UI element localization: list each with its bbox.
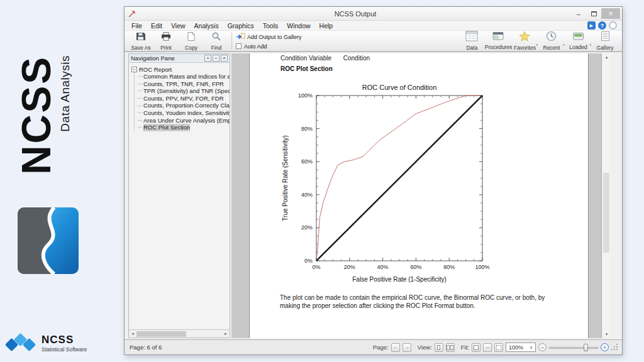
menu-analysis[interactable]: Analysis <box>190 21 223 30</box>
navigation-pane-header: Navigation Pane + − « <box>129 54 230 63</box>
favorites-button[interactable]: Favorites <box>511 31 538 51</box>
add-gallery-icon <box>236 33 245 42</box>
facing-page-view-button[interactable] <box>446 343 455 352</box>
gallery-icon <box>601 31 610 44</box>
tree-item-label: ROC Plot Section <box>143 124 190 131</box>
page-info: Page: 6 of 6 <box>125 344 162 351</box>
output-page: Condition Variable Condition ROC Plot Se… <box>249 53 589 338</box>
tree-node-roc-report[interactable]: − ROC Report <box>131 65 230 73</box>
favorites-icon <box>519 31 530 44</box>
collapse-pane-button[interactable]: « <box>221 55 228 62</box>
desktop-background: NCSS Data Analysis NCSS Statistical Soft… <box>0 0 644 362</box>
page-label: Page: <box>373 344 389 351</box>
auto-add-label: Auto Add <box>244 43 267 50</box>
toolbar: Save AsPrintCopyFind Add Output to Galle… <box>125 31 622 52</box>
procedures-button[interactable]: Procedures <box>485 31 511 51</box>
video-icon[interactable]: ▶ <box>587 21 596 30</box>
collapse-node-icon[interactable]: − <box>131 67 137 72</box>
x-tick-label: 100% <box>475 264 489 270</box>
find-button[interactable]: Find <box>204 31 229 51</box>
zoom-slider-thumb[interactable] <box>584 344 588 351</box>
tree-item-common-rates-and-indices-for-eac[interactable]: Common Rates and Indices for each Cutoff… <box>138 73 230 80</box>
procedures-label: Procedures <box>485 44 512 50</box>
tree-item-label: Counts, TPR, TNR, FNR, FPR <box>143 80 224 88</box>
status-bar-controls: Page: ← → View: Fit: ↔ 100% ∨ − <box>369 343 622 352</box>
scroll-down-arrow[interactable]: ▾ <box>602 332 611 337</box>
tree-item-label: Counts, PPV, NPV, FOR, FDR <box>143 95 224 102</box>
save-as-button[interactable]: Save As <box>128 31 153 51</box>
scrollbar-track[interactable] <box>136 331 222 337</box>
gallery-label: Gallery <box>597 45 614 51</box>
help-icon[interactable]: ? <box>598 21 606 30</box>
previous-page-button[interactable]: ← <box>391 343 400 352</box>
close-button[interactable]: × <box>601 8 620 19</box>
zoom-slider[interactable] <box>549 343 598 352</box>
tree-item-area-under-curve-analysis-empiri[interactable]: Area Under Curve Analysis (Empirical Est… <box>138 117 230 124</box>
scroll-left-arrow[interactable]: ◂ <box>129 331 136 336</box>
fit-full-button[interactable] <box>494 343 503 352</box>
loaded-icon <box>572 31 584 43</box>
menu-help[interactable]: Help <box>315 21 338 30</box>
next-page-button[interactable]: → <box>402 343 411 352</box>
ncss-output-window: NCSS Output – × FileEditViewAnalysisGrap… <box>124 6 623 355</box>
favorites-dropdown[interactable]: ▾ <box>536 43 538 47</box>
recent-dropdown[interactable]: ▾ <box>563 43 565 47</box>
save-as-label: Save As <box>131 45 150 51</box>
fit-width-button[interactable]: ↔ <box>483 343 492 352</box>
tree-item-tpr-sensitivity-and-tnr-specific[interactable]: TPR (Sensitivity) and TNR (Specificity) … <box>138 87 230 95</box>
copy-button[interactable]: Copy <box>179 31 204 51</box>
menu-file[interactable]: File <box>127 21 147 30</box>
window-title: NCSS Output <box>140 10 571 18</box>
auto-add-checkbox[interactable]: Auto Add <box>236 43 302 50</box>
menu-edit[interactable]: Edit <box>147 21 167 30</box>
nav-horizontal-scrollbar[interactable]: ◂ ▸ <box>129 329 230 337</box>
resize-grip[interactable] <box>611 344 618 351</box>
expand-all-button[interactable]: + <box>204 55 211 62</box>
recent-button[interactable]: Recent <box>538 31 565 51</box>
tree-item-counts-youden-index-sensitivity-[interactable]: Counts, Youden Index, Sensitivity + Spec… <box>138 109 230 117</box>
options-icon[interactable] <box>609 21 617 30</box>
loaded-button[interactable]: Loaded <box>565 31 591 51</box>
maximize-icon <box>591 11 597 16</box>
tree-item-counts-tpr-tnr-fnr-fpr[interactable]: Counts, TPR, TNR, FNR, FPR <box>138 80 230 88</box>
minimize-button[interactable]: – <box>571 8 586 19</box>
menu-tools[interactable]: Tools <box>258 21 283 30</box>
scrollbar-thumb[interactable] <box>603 173 609 253</box>
navigation-pane-title: Navigation Pane <box>131 55 175 62</box>
zoom-out-button[interactable]: − <box>538 343 547 351</box>
viewer-vertical-scrollbar[interactable]: ▴ ▾ <box>601 53 611 338</box>
tree-item-counts-proportion-correctly-clas[interactable]: Counts, Proportion Correctly Classified,… <box>138 102 230 109</box>
loaded-dropdown[interactable]: ▾ <box>589 43 591 47</box>
tree-item-counts-ppv-npv-for-fdr[interactable]: Counts, PPV, NPV, FOR, FDR <box>138 95 230 102</box>
chart-title: ROC Curve of Condition <box>362 84 437 91</box>
collapse-all-button[interactable]: − <box>213 55 219 62</box>
tree-item-roc-plot-section[interactable]: ROC Plot Section <box>138 124 230 131</box>
menu-graphics[interactable]: Graphics <box>223 21 258 30</box>
chevron-down-icon: ∨ <box>530 345 533 350</box>
x-tick-label: 0% <box>312 264 320 270</box>
print-button[interactable]: Print <box>153 31 179 51</box>
procedures-icon <box>492 31 504 43</box>
scroll-right-arrow[interactable]: ▸ <box>222 331 230 336</box>
menu-window[interactable]: Window <box>282 21 314 30</box>
ncss-footer-logo: NCSS Statistical Software <box>5 332 87 354</box>
scroll-up-arrow[interactable]: ▴ <box>602 55 611 60</box>
single-page-view-button[interactable] <box>435 343 443 352</box>
gallery-button[interactable]: Gallery <box>592 31 618 51</box>
save-icon <box>136 31 146 44</box>
footer-brand-name: NCSS <box>42 334 87 346</box>
ncss-logo-icon <box>18 207 79 274</box>
fit-label: Fit: <box>461 344 469 351</box>
zoom-in-button[interactable]: + <box>601 343 609 351</box>
zoom-select[interactable]: 100% ∨ <box>506 343 536 352</box>
maximize-button[interactable] <box>586 8 601 19</box>
menu-view[interactable]: View <box>167 21 190 30</box>
scrollbar-thumb[interactable] <box>136 331 186 337</box>
fit-page-button[interactable] <box>472 343 480 352</box>
print-icon <box>161 31 171 44</box>
ncss-diamonds-icon <box>5 332 38 354</box>
footer-brand-subtitle: Statistical Software <box>42 346 87 353</box>
title-bar[interactable]: NCSS Output – × <box>125 7 622 21</box>
add-output-to-gallery-button[interactable]: Add Output to Gallery <box>236 33 302 42</box>
data-button[interactable]: Data <box>458 31 485 51</box>
